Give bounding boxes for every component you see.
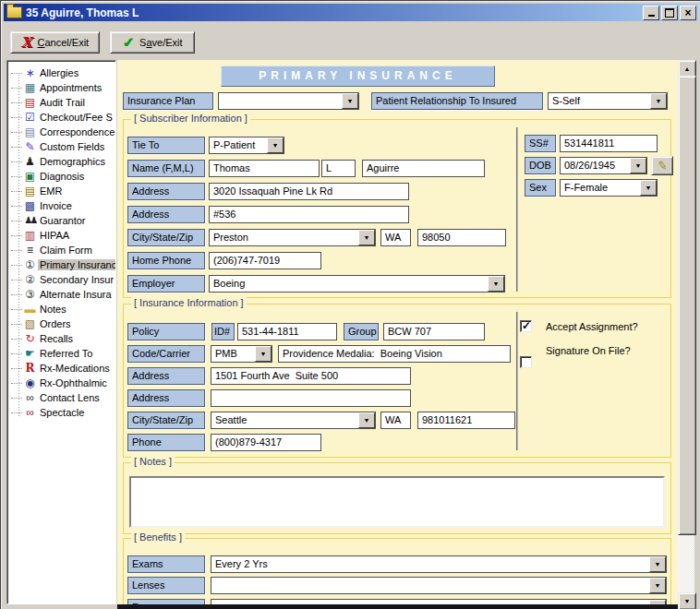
sidebar-item-label: Custom Fields [38, 141, 106, 152]
chevron-down-icon[interactable]: ▼ [358, 412, 375, 428]
sex-select[interactable]: F-Female ▼ [560, 179, 658, 197]
minimize-button[interactable] [643, 6, 659, 20]
last-name-field[interactable]: Aguirre [362, 160, 485, 177]
relationship-label: Patient Relationship To Insured [371, 92, 543, 110]
ins-address2-field[interactable] [211, 389, 411, 407]
ins-address1-field[interactable]: 1501 Fourth Ave Suite 500 [211, 367, 411, 385]
benefits-section: [ Benefits ] Exams Every 2 Yrs ▼ Lenses … [123, 538, 671, 609]
zip-field[interactable]: 98050 [417, 229, 506, 246]
cancel-exit-button[interactable]: X Cancel/Exit [10, 31, 100, 54]
state-field[interactable]: WA [380, 229, 411, 246]
sidebar-item-label: Allergies [38, 67, 80, 78]
date-picker-button[interactable]: ✎ [651, 156, 673, 175]
sidebar-item-appointments[interactable]: ▦Appointments [7, 80, 115, 95]
scroll-down-button[interactable]: ▼ [678, 592, 696, 609]
signature-on-file-checkbox[interactable] [520, 356, 532, 368]
chevron-down-icon[interactable]: ▼ [255, 346, 272, 362]
cancel-x-icon: X [21, 34, 32, 51]
tree-connector [11, 412, 22, 413]
first-name-field[interactable]: Thomas [209, 160, 320, 177]
ins-zip-field[interactable]: 981011621 [417, 412, 515, 429]
csz-label: City/State/Zip [127, 229, 205, 246]
sidebar-item-rx-medications[interactable]: RRx-Medications [7, 361, 115, 376]
insurance-plan-select[interactable]: ▼ [218, 92, 359, 110]
carrier-name-field[interactable]: Providence Medalia: Boeing Vision [278, 345, 511, 363]
address1-field[interactable]: 3020 Issaquah Pine Lk Rd [209, 183, 409, 200]
title-bar: 35 Aguirre, Thomas L × [4, 4, 698, 21]
sidebar-item-custom-fields[interactable]: ✎Custom Fields [7, 139, 115, 154]
sidebar-item-checkout-fee-s[interactable]: ☑Checkout/Fee S [7, 110, 115, 125]
middle-name-field[interactable]: L [321, 160, 356, 177]
vertical-scrollbar[interactable]: ▲ ▼ [678, 60, 694, 608]
group-field[interactable]: BCW 707 [383, 323, 485, 340]
chevron-down-icon[interactable]: ▼ [488, 276, 504, 292]
exams-select[interactable]: Every 2 Yrs ▼ [211, 555, 667, 573]
sidebar-item-contact-lens[interactable]: ∞Contact Lens [7, 390, 115, 405]
sidebar-item-orders[interactable]: ▧Orders [7, 316, 115, 331]
chevron-down-icon[interactable]: ▼ [650, 93, 667, 109]
home-phone-field[interactable]: (206)747-7019 [209, 252, 321, 269]
insurance-plan-label: Insurance Plan [123, 92, 213, 110]
sidebar-item-hipaa[interactable]: ▥HIPAA [7, 228, 115, 243]
chevron-down-icon[interactable]: ▼ [267, 137, 284, 153]
sidebar-item-label: Guarantor [38, 215, 88, 226]
sidebar-item-notes[interactable]: ▬Notes [7, 302, 115, 316]
tie-to-select[interactable]: P-Patient ▼ [209, 137, 284, 154]
sidebar-item-label: Audit Trail [38, 97, 87, 108]
close-button[interactable]: × [680, 6, 696, 20]
sidebar-item-audit-trail[interactable]: ▤Audit Trail [7, 95, 115, 110]
sidebar-item-recalls[interactable]: ↻Recalls [7, 331, 115, 346]
relationship-select[interactable]: S-Self ▼ [548, 92, 668, 110]
sidebar-item-guarantor[interactable]: ♟♟Guarantor [7, 213, 115, 228]
sidebar-item-secondary-insur[interactable]: ②Secondary Insur [7, 272, 115, 287]
sidebar-item-diagnosis[interactable]: ▣Diagnosis [7, 169, 115, 184]
sidebar-item-allergies[interactable]: ∗Allergies [7, 66, 115, 80]
ss-field[interactable]: 531441811 [560, 135, 658, 152]
insurance-legend: [ Insurance Information ] [131, 297, 247, 308]
notes-legend: [ Notes ] [131, 456, 175, 467]
diagnosis-icon: ▣ [22, 170, 38, 183]
chevron-down-icon[interactable]: ▼ [640, 180, 657, 196]
lenses-select[interactable]: ▼ [211, 577, 667, 594]
sidebar-item-label: Orders [38, 318, 73, 329]
allergies-icon: ∗ [22, 66, 38, 79]
sidebar-item-emr[interactable]: ▤EMR [7, 184, 115, 198]
sidebar: ∗Allergies▦Appointments▤Audit Trail☑Chec… [6, 60, 116, 604]
tree-connector [11, 250, 22, 251]
ins-phone-field[interactable]: (800)879-4317 [211, 434, 321, 451]
sidebar-item-invoice[interactable]: ▩Invoice [7, 198, 115, 213]
arrow-down-icon: ▼ [684, 598, 691, 604]
employer-select[interactable]: Boeing ▼ [209, 275, 505, 293]
address2-field[interactable]: #536 [209, 206, 409, 223]
accept-assignment-checkbox[interactable] [520, 320, 532, 332]
chevron-down-icon[interactable]: ▼ [649, 578, 666, 593]
tree-connector [11, 161, 22, 162]
save-exit-button[interactable]: ✓ Save/Exit [110, 31, 195, 54]
sidebar-item-correspondence[interactable]: ▤Correspondence [7, 125, 115, 139]
city-select[interactable]: Preston ▼ [209, 229, 376, 246]
ins-state-field[interactable]: WA [380, 412, 411, 429]
policy-label: Policy [127, 323, 205, 340]
sidebar-item-rx-ophthalmic[interactable]: ◉Rx-Ophthalmic [7, 376, 115, 390]
scrollbar-thumb[interactable] [678, 76, 696, 535]
notes-textarea[interactable] [129, 476, 665, 528]
carrier-code-select[interactable]: PMB ▼ [211, 345, 272, 363]
sidebar-item-alternate-insura[interactable]: ③Alternate Insura [7, 287, 115, 302]
sidebar-item-demographics[interactable]: ♟Demographics [7, 154, 115, 169]
chevron-down-icon[interactable]: ▼ [630, 158, 646, 173]
sidebar-item-spectacle[interactable]: ∞Spectacle [7, 405, 115, 420]
sidebar-item-claim-form[interactable]: ≡Claim Form [7, 243, 115, 257]
correspondence-icon: ▤ [22, 125, 38, 138]
policy-id-field[interactable]: 531-44-1811 [237, 323, 337, 340]
chevron-down-icon[interactable]: ▼ [358, 230, 375, 245]
maximize-button[interactable] [661, 6, 678, 20]
chevron-down-icon[interactable]: ▼ [649, 556, 666, 572]
tree-connector [11, 117, 22, 118]
sidebar-item-label: Claim Form [38, 245, 94, 256]
tree-connector [11, 383, 22, 384]
sidebar-item-referred-to[interactable]: ☛Referred To [7, 346, 115, 361]
sidebar-item-primary-insuranc[interactable]: ①Primary Insuranc [7, 257, 115, 272]
ins-city-select[interactable]: Seattle ▼ [211, 412, 376, 429]
dob-select[interactable]: 08/26/1945 ▼ [560, 157, 647, 174]
chevron-down-icon[interactable]: ▼ [342, 93, 358, 109]
